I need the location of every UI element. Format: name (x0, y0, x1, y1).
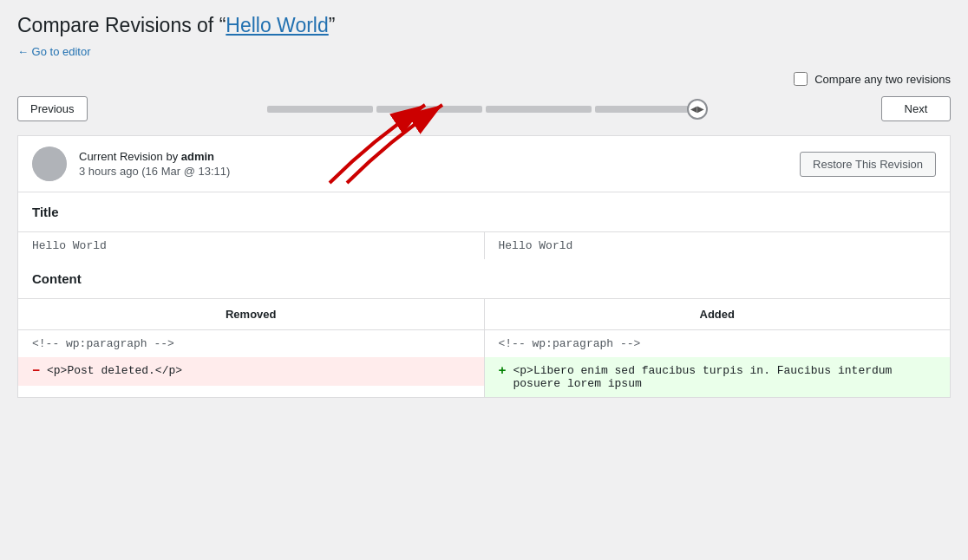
revision-nav-area: Previous ◀▶ Next (17, 96, 951, 121)
slider-segments (267, 106, 701, 113)
page-wrapper: Compare Revisions of “Hello World” ← Go … (0, 0, 968, 560)
restore-revision-button[interactable]: Restore This Revision (800, 152, 936, 177)
compare-revisions-row: Compare any two revisions (17, 72, 951, 86)
title-left: Hello World (18, 232, 485, 259)
slider-thumb[interactable]: ◀▶ (687, 99, 708, 120)
revision-time: 3 hours ago (16 Mar @ 13:11) (79, 165, 788, 178)
right-added-text: <p>Libero enim sed faucibus turpis in. F… (513, 364, 936, 390)
revision-slider-wrapper: ◀▶ (267, 106, 701, 113)
right-code-line-1: <!-- wp:paragraph --> (485, 330, 951, 357)
content-diff-columns: Removed <!-- wp:paragraph --> − <p>Post … (18, 299, 950, 397)
slider-segment-4 (595, 106, 701, 113)
go-to-editor-link[interactable]: ← Go to editor (17, 45, 91, 58)
post-title-link[interactable]: Hello World (226, 14, 328, 36)
added-header: Added (485, 299, 951, 330)
revision-info-bar: Current Revision by admin 3 hours ago (1… (17, 135, 951, 192)
right-added-line: + <p>Libero enim sed faucibus turpis in.… (485, 357, 951, 397)
left-removed-text: <p>Post deleted.</p> (47, 364, 182, 377)
revision-author: admin (181, 150, 214, 163)
page-title: Compare Revisions of “Hello World” (17, 14, 951, 37)
slider-segment-1 (267, 106, 373, 113)
removed-column: Removed <!-- wp:paragraph --> − <p>Post … (18, 299, 485, 397)
plus-sign: + (499, 364, 507, 379)
diff-section: Title Hello World Hello World Content Re… (17, 192, 951, 398)
slider-thumb-icon: ◀▶ (690, 104, 704, 114)
slider-segment-2 (376, 106, 482, 113)
left-removed-line: − <p>Post deleted.</p> (18, 357, 484, 386)
avatar (32, 147, 67, 181)
slider-segment-3 (486, 106, 592, 113)
avatar-image (32, 147, 67, 181)
content-heading: Content (18, 259, 950, 299)
compare-two-revisions-label: Compare any two revisions (814, 73, 951, 86)
compare-two-revisions-checkbox[interactable] (794, 72, 808, 86)
title-diff-cols: Hello World Hello World (18, 232, 950, 259)
nav-bar: Previous ◀▶ Next (17, 96, 951, 121)
next-button[interactable]: Next (881, 96, 951, 121)
removed-header: Removed (18, 299, 484, 330)
revision-by: Current Revision by admin (79, 150, 788, 163)
previous-button[interactable]: Previous (17, 96, 88, 121)
revision-meta: Current Revision by admin 3 hours ago (1… (79, 150, 788, 178)
title-right: Hello World (485, 232, 951, 259)
minus-sign: − (32, 364, 40, 379)
left-code-line-1: <!-- wp:paragraph --> (18, 330, 484, 357)
title-heading: Title (18, 192, 950, 232)
added-column: Added <!-- wp:paragraph --> + <p>Libero … (485, 299, 951, 397)
